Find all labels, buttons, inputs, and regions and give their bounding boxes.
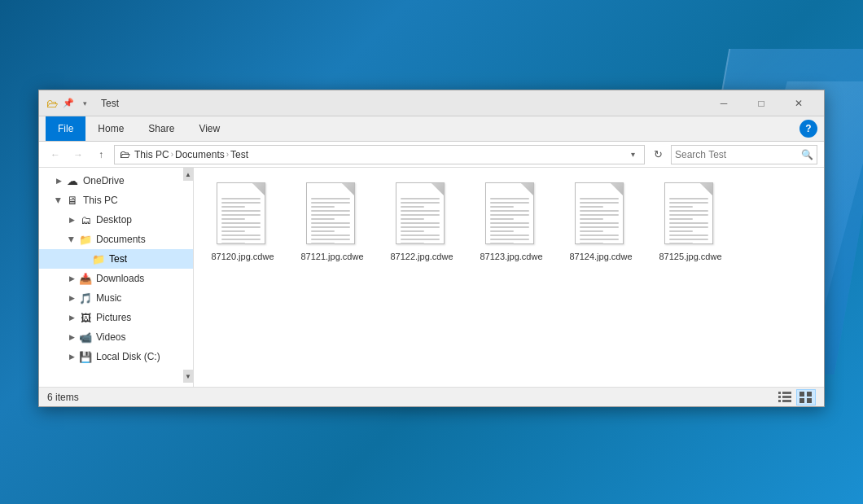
view-controls <box>775 389 816 405</box>
file-name-3: 87123.jpg.cdwe <box>480 251 542 262</box>
this-pc-label: This PC <box>83 195 118 206</box>
folder-icon: 🗁 <box>46 97 59 110</box>
file-lines-5 <box>669 198 708 244</box>
videos-expand-icon[interactable]: ▶ <box>65 331 78 344</box>
maximize-button[interactable]: □ <box>743 90 780 116</box>
downloads-expand-icon[interactable]: ▶ <box>65 272 78 285</box>
file-line <box>401 202 440 204</box>
help-button[interactable]: ? <box>799 120 817 138</box>
file-item[interactable]: 87121.jpg.cdwe <box>291 176 373 269</box>
window-controls: ─ □ ✕ <box>705 90 817 116</box>
sidebar-item-music[interactable]: ▶ 🎵 Music <box>39 288 193 308</box>
sidebar-scroll-up[interactable]: ▲ <box>183 168 193 181</box>
sidebar-item-onedrive[interactable]: ▶ ☁ OneDrive <box>39 171 193 191</box>
back-button[interactable]: ← <box>46 145 65 164</box>
file-lines-4 <box>580 198 619 244</box>
tab-file[interactable]: File <box>46 116 85 141</box>
file-line <box>221 230 245 232</box>
file-line <box>580 198 619 199</box>
file-line <box>221 243 245 244</box>
sidebar-item-test[interactable]: 📁 Test <box>39 249 193 269</box>
breadcrumb-sep-2: › <box>226 150 229 159</box>
search-box[interactable]: 🔍 <box>671 145 817 164</box>
file-line <box>490 202 529 204</box>
desktop-expand-icon[interactable]: ▶ <box>65 213 78 226</box>
file-page-2 <box>396 182 445 244</box>
svg-rect-9 <box>807 398 812 403</box>
pictures-expand-icon[interactable]: ▶ <box>65 311 78 324</box>
file-line <box>669 222 708 224</box>
file-name-2: 87122.jpg.cdwe <box>390 251 453 262</box>
file-page-0 <box>217 182 265 244</box>
file-item[interactable]: 87124.jpg.cdwe <box>560 176 642 269</box>
ribbon: File Home Share View ? <box>39 116 824 142</box>
file-lines-0 <box>221 198 261 244</box>
sidebar-item-desktop[interactable]: ▶ 🗂 Desktop <box>39 210 193 230</box>
sidebar-scroll-down[interactable]: ▼ <box>183 370 193 383</box>
file-explorer-window: 🗁 📌 ▾ Test ─ □ ✕ File Home Share View ? … <box>38 90 825 407</box>
sidebar-item-downloads[interactable]: ▶ 📥 Downloads <box>39 269 193 288</box>
local-disk-expand-icon[interactable]: ▶ <box>65 350 78 363</box>
file-name-5: 87125.jpg.cdwe <box>659 251 721 262</box>
file-line <box>221 214 261 216</box>
sidebar-item-documents[interactable]: ▶ 📁 Documents <box>39 230 193 249</box>
file-line <box>669 202 708 204</box>
file-line <box>311 226 350 228</box>
tab-view[interactable]: View <box>186 116 232 141</box>
desktop-label: Desktop <box>96 214 132 226</box>
file-item[interactable]: 87122.jpg.cdwe <box>381 176 462 269</box>
breadcrumb-documents[interactable]: Documents <box>175 149 225 160</box>
local-disk-label: Local Disk (C:) <box>96 351 160 362</box>
breadcrumb-test[interactable]: Test <box>230 149 248 160</box>
sidebar-item-videos[interactable]: ▶ 📹 Videos <box>39 327 193 347</box>
music-expand-icon[interactable]: ▶ <box>65 291 78 305</box>
file-item[interactable]: 87120.jpg.cdwe <box>202 176 283 269</box>
file-line <box>311 243 335 244</box>
sidebar-item-pictures[interactable]: ▶ 🖼 Pictures <box>39 308 193 327</box>
search-icon[interactable]: 🔍 <box>801 149 813 160</box>
file-line <box>401 210 440 212</box>
documents-expand-icon[interactable]: ▶ <box>65 233 78 246</box>
file-line <box>311 198 350 199</box>
refresh-button[interactable]: ↻ <box>648 145 668 164</box>
details-view-button[interactable] <box>775 389 795 405</box>
address-box[interactable]: 🗁 This PC › Documents › Test ▾ <box>114 145 645 164</box>
window-title: Test <box>101 98 700 109</box>
file-name-1: 87121.jpg.cdwe <box>300 251 363 262</box>
address-dropdown-button[interactable]: ▾ <box>626 146 639 164</box>
file-line <box>490 239 529 240</box>
breadcrumb-this-pc[interactable]: This PC <box>134 149 169 160</box>
downloads-label: Downloads <box>96 273 144 284</box>
tab-home[interactable]: Home <box>85 116 136 141</box>
close-button[interactable]: ✕ <box>780 90 817 116</box>
file-item[interactable]: 87125.jpg.cdwe <box>650 176 731 269</box>
this-pc-expand-icon[interactable]: ▶ <box>52 194 65 207</box>
file-page-4 <box>575 182 624 244</box>
svg-rect-3 <box>782 396 791 398</box>
breadcrumb-folder-icon: 🗁 <box>120 148 133 160</box>
file-line <box>490 222 529 224</box>
file-line <box>401 234 440 236</box>
up-button[interactable]: ↑ <box>91 145 111 164</box>
tab-share[interactable]: Share <box>136 116 186 141</box>
file-line <box>401 214 440 216</box>
file-line <box>311 218 335 220</box>
onedrive-label: OneDrive <box>83 175 125 186</box>
file-line <box>401 226 440 228</box>
large-icons-view-button[interactable] <box>796 389 816 405</box>
status-item-count: 6 items <box>47 392 79 403</box>
file-page-5 <box>664 182 713 244</box>
file-line <box>490 226 529 228</box>
onedrive-expand-icon[interactable]: ▶ <box>52 174 65 187</box>
onedrive-icon: ☁ <box>65 173 80 188</box>
search-input[interactable] <box>675 149 798 160</box>
documents-icon: 📁 <box>78 232 93 247</box>
forward-button[interactable]: → <box>68 145 88 164</box>
sidebar-item-local-disk[interactable]: ▶ 💾 Local Disk (C:) <box>39 347 193 366</box>
quick-access-pin-icon: 📌 <box>62 97 75 110</box>
file-line <box>669 206 693 208</box>
sidebar-item-this-pc[interactable]: ▶ 🖥 This PC <box>39 191 193 210</box>
minimize-button[interactable]: ─ <box>705 90 743 116</box>
file-line <box>490 218 514 220</box>
file-item[interactable]: 87123.jpg.cdwe <box>471 176 552 269</box>
